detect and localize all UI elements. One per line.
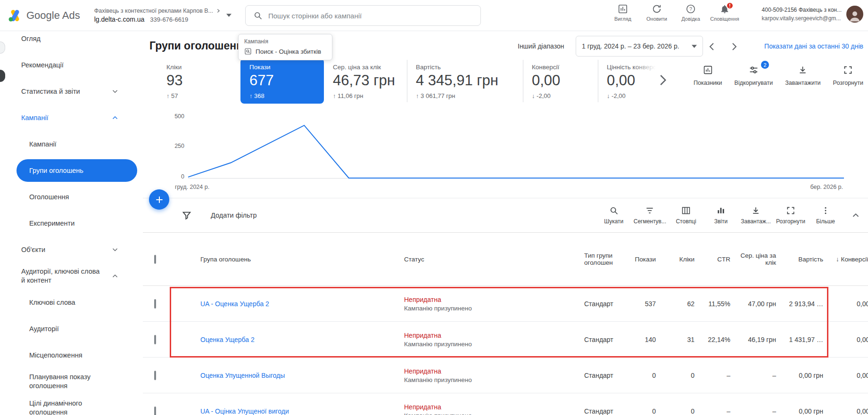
metrics-icon — [703, 65, 713, 75]
notification-badge: ! — [726, 2, 734, 9]
header-ad-group[interactable]: Група оголошень — [190, 256, 398, 263]
account-switcher[interactable]: Фахівець з контекстної реклами Карпов В.… — [94, 8, 231, 23]
sidebar-item-keywords[interactable]: Ключові слова — [0, 289, 143, 316]
refresh-icon — [652, 4, 662, 14]
sidebar-item-campaigns-section[interactable]: Кампанії — [0, 105, 143, 131]
table-row: UA - Оценка Ущерба 2НепридатнаКампанію п… — [143, 286, 868, 322]
sidebar-item-locations[interactable]: Місцеположення — [0, 342, 143, 368]
scorecard-delta: ↑ 368 — [249, 92, 324, 99]
row-status-dot[interactable] — [169, 407, 190, 415]
scorecard-conversion-value[interactable]: Цінність конверсії 0,00 ↓ -2,00 — [598, 60, 660, 102]
row-status: НепридатнаКампанію призупинено — [398, 332, 579, 348]
sidebar-item-audiences[interactable]: Аудиторії — [0, 316, 143, 342]
search-input[interactable] — [268, 12, 473, 20]
row-status-dot[interactable] — [169, 336, 190, 343]
date-prev-button[interactable] — [706, 41, 718, 52]
scorecard-impressions[interactable]: Покази 677 ↑ 368 — [240, 58, 324, 104]
table-body: UA - Оценка Ущерба 2НепридатнаКампанію п… — [143, 286, 868, 415]
reports-button[interactable]: Звіти — [706, 206, 736, 225]
row-checkbox[interactable] — [143, 407, 169, 415]
sidebar-item-ads[interactable]: Оголошення — [0, 184, 143, 210]
segment-button[interactable]: Сегментув... — [634, 206, 666, 225]
ad-group-link[interactable]: UA - Оценка Ущерба 2 — [190, 300, 398, 308]
cell-clicks: 0 — [661, 372, 700, 379]
header-status[interactable]: Статус — [398, 256, 579, 263]
collapse-toolbar-button[interactable] — [845, 210, 866, 220]
date-next-button[interactable] — [728, 41, 740, 52]
sidebar-item-audiences-keywords-content[interactable]: Аудиторії, ключові слова й контент — [0, 263, 143, 289]
table-expand-button[interactable]: Розгорнути — [776, 206, 806, 225]
row-checkbox[interactable] — [143, 300, 169, 308]
header-ad-group-type[interactable]: Тип групи оголошен — [579, 252, 623, 266]
scorecard-avg-cpc[interactable]: Сер. ціна за клік 46,73 грн ↑ 11,06 грн — [324, 60, 407, 102]
download-button[interactable]: Завантажити — [785, 65, 820, 86]
row-checkbox[interactable] — [143, 372, 169, 379]
select-all-checkbox[interactable] — [143, 256, 169, 263]
sidebar-item-experiments[interactable]: Експерименти — [0, 210, 143, 236]
scorecard-delta: ↑ 3 061,77 грн — [416, 92, 523, 99]
global-search[interactable] — [245, 5, 481, 26]
chevron-up-icon — [851, 210, 861, 220]
avatar[interactable] — [846, 6, 863, 23]
date-range-picker[interactable]: 1 груд. 2024 р. – 23 бер. 2026 р. — [576, 36, 703, 57]
ad-group-link[interactable]: Оценка Ущерба 2 — [190, 336, 398, 343]
metrics-button[interactable]: Показники — [694, 65, 722, 86]
show-last-30-days-link[interactable]: Показати дані за останні 30 днів — [764, 42, 863, 50]
row-status-dot[interactable] — [169, 300, 190, 308]
row-status: НепридатнаКампанію призупинено — [398, 367, 579, 383]
header-clicks[interactable]: Кліки — [661, 256, 700, 263]
add-filter-button[interactable]: Додати фільтр — [182, 210, 256, 220]
chevron-down-icon — [111, 87, 119, 96]
row-checkbox[interactable] — [143, 336, 169, 343]
ad-group-link[interactable]: UA - Оцінка Упущеної вигоди — [190, 407, 398, 415]
cell-cost: 1 431,97 … — [782, 336, 829, 343]
sidebar: Огляд Рекомендації Статистика й звіти Ка… — [0, 31, 143, 415]
cell-ctr: – — [700, 407, 736, 415]
cell-ctr: 11,55% — [700, 300, 736, 308]
scorecard-conversions[interactable]: Конверсії 0,00 ↓ -2,00 — [523, 60, 598, 102]
more-button[interactable]: Більше — [810, 206, 841, 225]
header-conversions[interactable]: ↓ Конверсії — [829, 256, 868, 263]
sidebar-item-assets[interactable]: Об'єкти — [0, 236, 143, 263]
appearance-button[interactable]: Вигляд — [608, 4, 638, 22]
profile-menu[interactable]: 400-509-2156 Фахівець з кон... karpov.vi… — [762, 6, 863, 23]
header-cost[interactable]: Вартість — [782, 256, 829, 263]
header-ctr[interactable]: CTR — [700, 256, 736, 263]
sidebar-item-recommendations[interactable]: Рекомендації — [0, 52, 143, 78]
row-status-dot[interactable] — [169, 372, 190, 379]
sidebar-item-ad-groups[interactable]: Групи оголошень — [0, 157, 143, 184]
help-button[interactable]: ? Довідка — [676, 4, 706, 22]
scorecards-next-button[interactable] — [653, 71, 672, 90]
notifications-button[interactable]: ! Сповіщення — [710, 4, 740, 22]
sidebar-item-label: Кампанії — [29, 140, 57, 148]
campaign-context-popover[interactable]: Кампанія Поиск - Оцінка збитків — [238, 34, 332, 60]
other-range-button[interactable]: Інший діапазон — [518, 42, 564, 50]
scorecard-cost[interactable]: Вартість 4 345,91 грн ↑ 3 061,77 грн — [407, 60, 523, 102]
expand-button[interactable]: Розгорнути — [833, 65, 863, 86]
sidebar-item-overview[interactable]: Огляд — [0, 31, 143, 52]
adjust-button[interactable]: 2 Відкоригувати — [735, 65, 773, 86]
trend-chart — [188, 117, 844, 179]
columns-button[interactable]: Стовпці — [671, 206, 701, 225]
refresh-button[interactable]: Оновити — [642, 4, 672, 22]
sidebar-item-campaigns[interactable]: Кампанії — [0, 131, 143, 157]
sidebar-item-dynamic-ad-targets[interactable]: Цілі динамічного оголошення — [0, 395, 143, 415]
scorecard-delta: ↓ -2,00 — [532, 92, 598, 99]
topbar-actions: Вигляд Оновити ? Довідка ! Сповіщення — [608, 4, 740, 22]
scorecard-clicks[interactable]: Кліки 93 ↑ 57 — [158, 60, 240, 102]
ad-group-link[interactable]: Оценка Упущенной Выгоды — [190, 372, 398, 379]
header-avg-cpc[interactable]: Сер. ціна за клік — [736, 252, 782, 266]
sidebar-item-insights-reports[interactable]: Статистика й звіти — [0, 78, 143, 105]
header-impressions[interactable]: Покази — [623, 256, 661, 263]
sidebar-item-label: Планування показу оголошення — [29, 373, 113, 391]
scorecard-delta: ↑ 11,06 грн — [333, 92, 407, 99]
table-download-button[interactable]: Завантаж... — [741, 206, 771, 225]
google-ads-logo[interactable]: Google Ads — [0, 9, 80, 22]
sidebar-item-ad-schedule[interactable]: Планування показу оголошення — [0, 368, 143, 395]
table-search-button[interactable]: Шукати — [599, 206, 629, 225]
status-filter-dot[interactable] — [169, 256, 190, 263]
row-status: НепридатнаКампанію призупинено — [398, 403, 579, 415]
add-button[interactable] — [149, 189, 169, 210]
cell-ad-group-type: Стандарт — [579, 336, 623, 343]
status-primary: Непридатна — [404, 367, 579, 375]
